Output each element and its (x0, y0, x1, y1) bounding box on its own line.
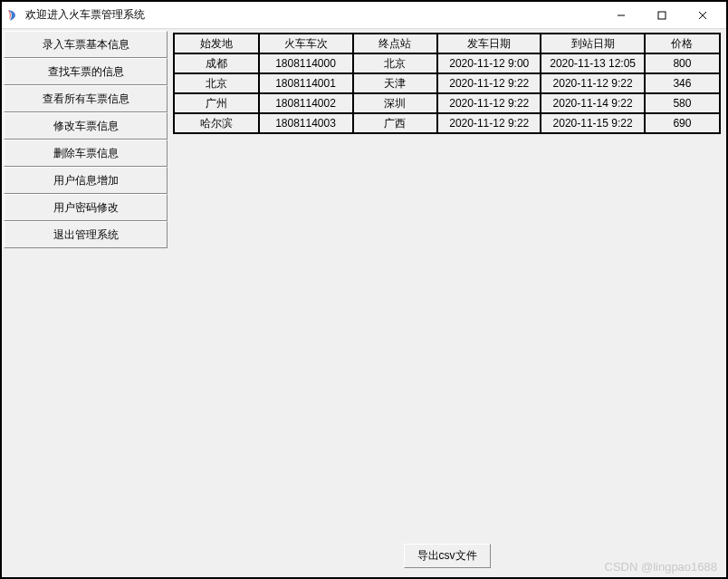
col-origin: 始发地 (174, 34, 259, 53)
table-row: 广州1808114002深圳2020-11-12 9:222020-11-14 … (174, 93, 720, 113)
table-header-row: 始发地 火车车次 终点站 发车日期 到站日期 价格 (174, 34, 720, 53)
cell-depart_date: 2020-11-12 9:22 (437, 93, 541, 113)
cell-origin: 成都 (174, 53, 259, 73)
col-price: 价格 (645, 34, 720, 53)
sidebar-item-change-password[interactable]: 用户密码修改 (4, 194, 168, 221)
cell-train_no: 1808114001 (259, 73, 353, 93)
cell-arrive_date: 2020-11-14 9:22 (541, 93, 644, 113)
table-row: 北京1808114001天津2020-11-12 9:222020-11-12 … (174, 73, 720, 93)
cell-train_no: 1808114003 (259, 113, 353, 133)
cell-arrive_date: 2020-11-12 9:22 (541, 73, 644, 93)
sidebar-item-view-all[interactable]: 查看所有车票信息 (4, 85, 168, 112)
cell-depart_date: 2020-11-12 9:22 (437, 73, 541, 93)
export-csv-button[interactable]: 导出csv文件 (404, 544, 491, 568)
cell-train_no: 1808114002 (259, 93, 353, 113)
cell-destination: 广西 (353, 113, 438, 133)
window-title: 欢迎进入火车票管理系统 (25, 7, 600, 23)
col-destination: 终点站 (353, 34, 438, 53)
sidebar-item-enter-ticket[interactable]: 录入车票基本信息 (4, 31, 168, 58)
cell-origin: 北京 (174, 73, 259, 93)
minimize-button[interactable] (600, 3, 641, 28)
maximize-button[interactable] (641, 3, 682, 28)
minimize-icon (617, 11, 626, 20)
window-controls (600, 3, 723, 28)
col-arrive-date: 到站日期 (541, 34, 644, 53)
titlebar: 欢迎进入火车票管理系统 (2, 2, 726, 29)
sidebar-item-find-ticket[interactable]: 查找车票的信息 (4, 58, 168, 85)
cell-price: 690 (645, 113, 720, 133)
maximize-icon (657, 11, 666, 20)
cell-price: 346 (645, 73, 720, 93)
cell-origin: 哈尔滨 (174, 113, 259, 133)
table-row: 成都1808114000北京2020-11-12 9:002020-11-13 … (174, 53, 720, 73)
ticket-table: 始发地 火车车次 终点站 发车日期 到站日期 价格 成都1808114000北京… (173, 33, 721, 134)
app-icon (5, 8, 20, 23)
sidebar-item-delete-ticket[interactable]: 删除车票信息 (4, 140, 168, 167)
close-icon (698, 11, 707, 20)
main-panel: 始发地 火车车次 终点站 发车日期 到站日期 价格 成都1808114000北京… (169, 29, 726, 577)
col-depart-date: 发车日期 (437, 34, 541, 53)
cell-destination: 天津 (353, 73, 438, 93)
cell-arrive_date: 2020-11-13 12:05 (541, 53, 644, 73)
cell-train_no: 1808114000 (259, 53, 353, 73)
close-button[interactable] (682, 3, 723, 28)
col-train-no: 火车车次 (259, 34, 353, 53)
sidebar-item-modify-ticket[interactable]: 修改车票信息 (4, 112, 168, 140)
app-window: 欢迎进入火车票管理系统 录入车票基本信息 查找车票的信息 查看所有车票信息 修改… (0, 0, 728, 579)
cell-depart_date: 2020-11-12 9:22 (437, 113, 541, 133)
cell-depart_date: 2020-11-12 9:00 (437, 53, 541, 73)
cell-price: 580 (645, 93, 720, 113)
table-row: 哈尔滨1808114003广西2020-11-12 9:222020-11-15… (174, 113, 720, 133)
cell-destination: 深圳 (353, 93, 438, 113)
export-row: 导出csv文件 (173, 536, 721, 572)
ticket-table-wrap: 始发地 火车车次 终点站 发车日期 到站日期 价格 成都1808114000北京… (173, 33, 721, 134)
cell-price: 800 (645, 53, 720, 73)
sidebar-item-add-user[interactable]: 用户信息增加 (4, 167, 168, 194)
content-area: 录入车票基本信息 查找车票的信息 查看所有车票信息 修改车票信息 删除车票信息 … (2, 29, 726, 577)
svg-rect-1 (658, 12, 666, 19)
sidebar-item-exit[interactable]: 退出管理系统 (4, 221, 168, 248)
cell-arrive_date: 2020-11-15 9:22 (541, 113, 644, 133)
sidebar: 录入车票基本信息 查找车票的信息 查看所有车票信息 修改车票信息 删除车票信息 … (2, 29, 169, 577)
cell-destination: 北京 (353, 53, 438, 73)
cell-origin: 广州 (174, 93, 259, 113)
spacer (173, 134, 721, 536)
